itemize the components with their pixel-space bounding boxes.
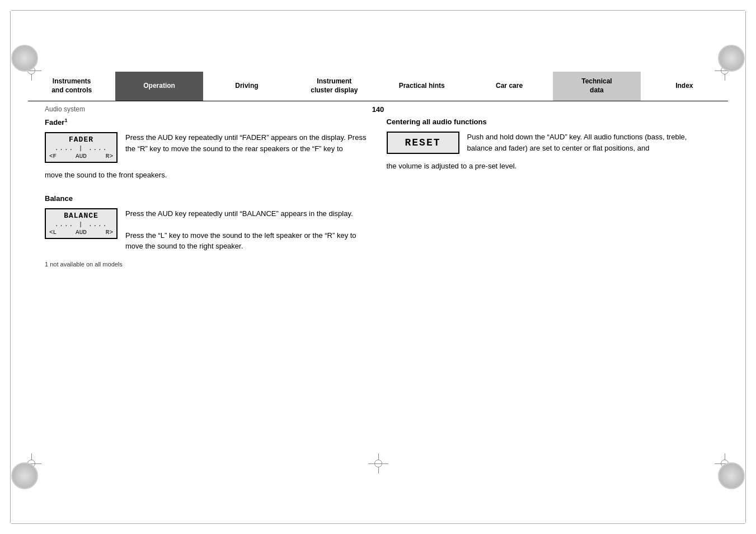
nav-operation[interactable]: Operation — [115, 72, 203, 101]
right-border — [745, 11, 746, 523]
nav-technical-data[interactable]: Technical data — [553, 72, 640, 101]
reset-lcd: RESET — [387, 132, 459, 154]
centering-section: Centering all audio functions RESET Push… — [387, 118, 712, 172]
two-column-layout: Fader1 FADER .... | .... <F AUD R> Press… — [45, 118, 711, 268]
centering-text-continued: the volume is adjusted to a pre-set leve… — [387, 161, 712, 172]
centering-heading: Centering all audio functions — [387, 118, 712, 126]
page-number: 140 — [0, 105, 756, 114]
nav-car-care[interactable]: Car care — [466, 72, 553, 101]
deco-circle-br — [718, 462, 745, 489]
balance-text: Press the AUD key repeatedly until “BALA… — [125, 208, 370, 252]
fader-text: Press the AUD key repeatedly until “FADE… — [125, 132, 370, 154]
deco-circle-tl — [11, 45, 38, 72]
fader-text-continued: move the sound to the front speakers. — [45, 170, 370, 181]
left-column: Fader1 FADER .... | .... <F AUD R> Press… — [45, 118, 370, 268]
left-border — [10, 11, 11, 523]
top-border — [11, 10, 745, 11]
footnote: 1 not available on all models — [45, 261, 370, 268]
nav-bar: Instruments and controls Operation Drivi… — [28, 72, 728, 101]
nav-instrument-cluster-display[interactable]: Instrument cluster display — [290, 72, 378, 101]
fader-lcd: FADER .... | .... <F AUD R> — [45, 132, 118, 163]
nav-instruments-and-controls[interactable]: Instruments and controls — [28, 72, 115, 101]
nav-index[interactable]: Index — [641, 72, 728, 101]
nav-practical-hints[interactable]: Practical hints — [378, 72, 466, 101]
balance-lcd: BALANCE .... | .... <L AUD R> — [45, 208, 118, 239]
nav-driving[interactable]: Driving — [203, 72, 290, 101]
balance-section: Balance BALANCE .... | .... <L AUD R> Pr… — [45, 194, 370, 252]
centering-text: Push and hold down the “AUD” key. All au… — [467, 132, 712, 153]
balance-content: BALANCE .... | .... <L AUD R> Press the … — [45, 208, 370, 252]
balance-heading: Balance — [45, 194, 370, 203]
nav-rule — [28, 101, 728, 101]
deco-circle-tr — [718, 45, 745, 72]
centering-content: RESET Push and hold down the “AUD” key. … — [387, 132, 712, 158]
right-column: Centering all audio functions RESET Push… — [387, 118, 712, 268]
fader-heading: Fader1 — [45, 118, 370, 127]
deco-circle-bl — [11, 462, 38, 489]
bottom-border — [11, 523, 745, 524]
content-area: Fader1 FADER .... | .... <F AUD R> Press… — [45, 118, 711, 489]
fader-content: FADER .... | .... <F AUD R> Press the AU… — [45, 132, 370, 167]
fader-section: Fader1 FADER .... | .... <F AUD R> Press… — [45, 118, 370, 181]
